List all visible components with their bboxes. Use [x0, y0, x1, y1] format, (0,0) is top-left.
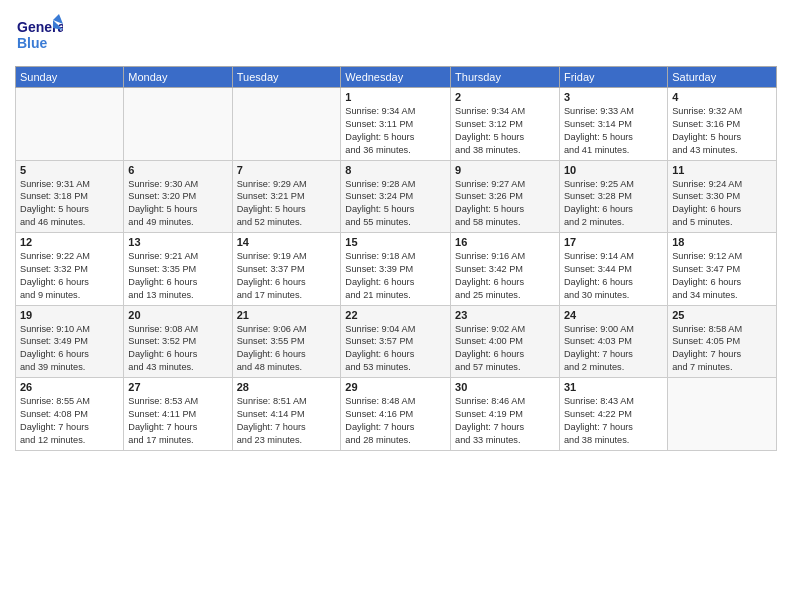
calendar-cell	[124, 88, 232, 161]
day-info: Sunrise: 9:10 AMSunset: 3:49 PMDaylight:…	[20, 323, 119, 375]
day-number: 18	[672, 236, 772, 248]
day-info: Sunrise: 9:04 AMSunset: 3:57 PMDaylight:…	[345, 323, 446, 375]
day-number: 21	[237, 309, 337, 321]
day-info: Sunrise: 8:48 AMSunset: 4:16 PMDaylight:…	[345, 395, 446, 447]
day-info: Sunrise: 8:51 AMSunset: 4:14 PMDaylight:…	[237, 395, 337, 447]
day-info: Sunrise: 9:27 AMSunset: 3:26 PMDaylight:…	[455, 178, 555, 230]
calendar-cell	[232, 88, 341, 161]
day-info: Sunrise: 8:53 AMSunset: 4:11 PMDaylight:…	[128, 395, 227, 447]
day-info: Sunrise: 8:58 AMSunset: 4:05 PMDaylight:…	[672, 323, 772, 375]
day-info: Sunrise: 9:29 AMSunset: 3:21 PMDaylight:…	[237, 178, 337, 230]
week-row-1: 1Sunrise: 9:34 AMSunset: 3:11 PMDaylight…	[16, 88, 777, 161]
calendar-cell: 12Sunrise: 9:22 AMSunset: 3:32 PMDayligh…	[16, 233, 124, 306]
logo: General Blue	[15, 10, 63, 58]
calendar-cell	[668, 378, 777, 451]
day-number: 28	[237, 381, 337, 393]
day-number: 22	[345, 309, 446, 321]
day-info: Sunrise: 9:31 AMSunset: 3:18 PMDaylight:…	[20, 178, 119, 230]
calendar-cell: 26Sunrise: 8:55 AMSunset: 4:08 PMDayligh…	[16, 378, 124, 451]
day-info: Sunrise: 9:34 AMSunset: 3:11 PMDaylight:…	[345, 105, 446, 157]
day-number: 9	[455, 164, 555, 176]
day-info: Sunrise: 9:22 AMSunset: 3:32 PMDaylight:…	[20, 250, 119, 302]
day-number: 7	[237, 164, 337, 176]
weekday-header-tuesday: Tuesday	[232, 67, 341, 88]
day-number: 5	[20, 164, 119, 176]
calendar-cell: 27Sunrise: 8:53 AMSunset: 4:11 PMDayligh…	[124, 378, 232, 451]
day-info: Sunrise: 9:33 AMSunset: 3:14 PMDaylight:…	[564, 105, 663, 157]
day-number: 11	[672, 164, 772, 176]
day-number: 13	[128, 236, 227, 248]
day-number: 3	[564, 91, 663, 103]
weekday-header-saturday: Saturday	[668, 67, 777, 88]
week-row-4: 19Sunrise: 9:10 AMSunset: 3:49 PMDayligh…	[16, 305, 777, 378]
calendar-cell: 10Sunrise: 9:25 AMSunset: 3:28 PMDayligh…	[559, 160, 667, 233]
week-row-3: 12Sunrise: 9:22 AMSunset: 3:32 PMDayligh…	[16, 233, 777, 306]
day-info: Sunrise: 9:08 AMSunset: 3:52 PMDaylight:…	[128, 323, 227, 375]
day-number: 25	[672, 309, 772, 321]
day-number: 19	[20, 309, 119, 321]
day-number: 1	[345, 91, 446, 103]
day-info: Sunrise: 9:06 AMSunset: 3:55 PMDaylight:…	[237, 323, 337, 375]
day-number: 2	[455, 91, 555, 103]
calendar-cell: 24Sunrise: 9:00 AMSunset: 4:03 PMDayligh…	[559, 305, 667, 378]
day-info: Sunrise: 9:16 AMSunset: 3:42 PMDaylight:…	[455, 250, 555, 302]
day-info: Sunrise: 9:32 AMSunset: 3:16 PMDaylight:…	[672, 105, 772, 157]
day-info: Sunrise: 8:55 AMSunset: 4:08 PMDaylight:…	[20, 395, 119, 447]
day-info: Sunrise: 9:21 AMSunset: 3:35 PMDaylight:…	[128, 250, 227, 302]
calendar-cell: 7Sunrise: 9:29 AMSunset: 3:21 PMDaylight…	[232, 160, 341, 233]
day-info: Sunrise: 9:12 AMSunset: 3:47 PMDaylight:…	[672, 250, 772, 302]
calendar-cell: 6Sunrise: 9:30 AMSunset: 3:20 PMDaylight…	[124, 160, 232, 233]
day-info: Sunrise: 9:18 AMSunset: 3:39 PMDaylight:…	[345, 250, 446, 302]
day-number: 12	[20, 236, 119, 248]
calendar-cell: 14Sunrise: 9:19 AMSunset: 3:37 PMDayligh…	[232, 233, 341, 306]
day-number: 15	[345, 236, 446, 248]
day-number: 23	[455, 309, 555, 321]
week-row-5: 26Sunrise: 8:55 AMSunset: 4:08 PMDayligh…	[16, 378, 777, 451]
calendar-cell: 17Sunrise: 9:14 AMSunset: 3:44 PMDayligh…	[559, 233, 667, 306]
calendar-cell: 4Sunrise: 9:32 AMSunset: 3:16 PMDaylight…	[668, 88, 777, 161]
calendar-table: SundayMondayTuesdayWednesdayThursdayFrid…	[15, 66, 777, 451]
day-number: 6	[128, 164, 227, 176]
day-number: 14	[237, 236, 337, 248]
calendar-cell: 19Sunrise: 9:10 AMSunset: 3:49 PMDayligh…	[16, 305, 124, 378]
calendar-cell: 23Sunrise: 9:02 AMSunset: 4:00 PMDayligh…	[451, 305, 560, 378]
svg-text:Blue: Blue	[17, 35, 48, 51]
calendar-cell: 9Sunrise: 9:27 AMSunset: 3:26 PMDaylight…	[451, 160, 560, 233]
logo-icon: General Blue	[15, 10, 63, 58]
day-number: 10	[564, 164, 663, 176]
calendar-cell: 2Sunrise: 9:34 AMSunset: 3:12 PMDaylight…	[451, 88, 560, 161]
day-number: 27	[128, 381, 227, 393]
day-number: 29	[345, 381, 446, 393]
week-row-2: 5Sunrise: 9:31 AMSunset: 3:18 PMDaylight…	[16, 160, 777, 233]
calendar-cell: 5Sunrise: 9:31 AMSunset: 3:18 PMDaylight…	[16, 160, 124, 233]
calendar-cell: 3Sunrise: 9:33 AMSunset: 3:14 PMDaylight…	[559, 88, 667, 161]
calendar-cell: 1Sunrise: 9:34 AMSunset: 3:11 PMDaylight…	[341, 88, 451, 161]
calendar-cell: 11Sunrise: 9:24 AMSunset: 3:30 PMDayligh…	[668, 160, 777, 233]
calendar-cell: 15Sunrise: 9:18 AMSunset: 3:39 PMDayligh…	[341, 233, 451, 306]
calendar-cell: 30Sunrise: 8:46 AMSunset: 4:19 PMDayligh…	[451, 378, 560, 451]
weekday-header-row: SundayMondayTuesdayWednesdayThursdayFrid…	[16, 67, 777, 88]
day-info: Sunrise: 9:24 AMSunset: 3:30 PMDaylight:…	[672, 178, 772, 230]
day-info: Sunrise: 9:14 AMSunset: 3:44 PMDaylight:…	[564, 250, 663, 302]
day-info: Sunrise: 9:02 AMSunset: 4:00 PMDaylight:…	[455, 323, 555, 375]
day-info: Sunrise: 9:30 AMSunset: 3:20 PMDaylight:…	[128, 178, 227, 230]
page: General Blue SundayMondayTuesdayWednesda…	[0, 0, 792, 612]
day-number: 4	[672, 91, 772, 103]
calendar-cell: 22Sunrise: 9:04 AMSunset: 3:57 PMDayligh…	[341, 305, 451, 378]
calendar-cell: 25Sunrise: 8:58 AMSunset: 4:05 PMDayligh…	[668, 305, 777, 378]
day-number: 17	[564, 236, 663, 248]
day-info: Sunrise: 8:43 AMSunset: 4:22 PMDaylight:…	[564, 395, 663, 447]
calendar-cell: 8Sunrise: 9:28 AMSunset: 3:24 PMDaylight…	[341, 160, 451, 233]
weekday-header-friday: Friday	[559, 67, 667, 88]
day-number: 16	[455, 236, 555, 248]
day-info: Sunrise: 8:46 AMSunset: 4:19 PMDaylight:…	[455, 395, 555, 447]
calendar-cell: 18Sunrise: 9:12 AMSunset: 3:47 PMDayligh…	[668, 233, 777, 306]
calendar-cell: 31Sunrise: 8:43 AMSunset: 4:22 PMDayligh…	[559, 378, 667, 451]
day-info: Sunrise: 9:19 AMSunset: 3:37 PMDaylight:…	[237, 250, 337, 302]
calendar-cell: 28Sunrise: 8:51 AMSunset: 4:14 PMDayligh…	[232, 378, 341, 451]
day-info: Sunrise: 9:25 AMSunset: 3:28 PMDaylight:…	[564, 178, 663, 230]
weekday-header-monday: Monday	[124, 67, 232, 88]
day-number: 30	[455, 381, 555, 393]
day-info: Sunrise: 9:34 AMSunset: 3:12 PMDaylight:…	[455, 105, 555, 157]
day-number: 20	[128, 309, 227, 321]
